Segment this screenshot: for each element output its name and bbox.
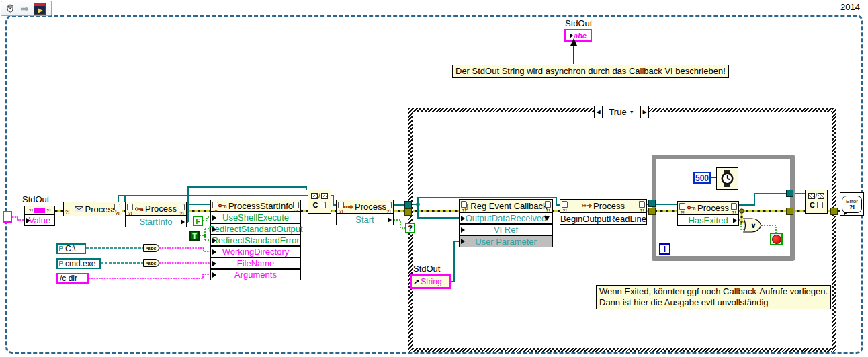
stdout-property-label: StdOut <box>22 194 49 204</box>
method-row-beginoutputreadline[interactable]: BeginOutputReadLine <box>560 212 647 225</box>
comment-exited-note[interactable]: Wenn Exited, könnten ggf noch Callback-A… <box>596 285 831 309</box>
case-dropdown-icon[interactable]: ▼ <box>630 110 634 114</box>
path-to-string-node[interactable]: ᵃabc <box>143 244 159 252</box>
page-icon <box>212 202 218 208</box>
case-name: True <box>609 107 626 117</box>
tunnel-error-out[interactable] <box>786 208 793 215</box>
arrow-tool-icon[interactable]: ⇨ <box>19 3 31 14</box>
error-terminal-glyph: ?! <box>46 208 51 213</box>
error-marks: ?! <box>849 204 855 210</box>
case-structure-border-bottom[interactable] <box>408 348 836 352</box>
tunnel-process-refnum[interactable] <box>404 201 412 208</box>
event-dropdown-icon[interactable] <box>544 216 550 221</box>
property-name: RedirectStandardError <box>212 235 299 245</box>
output-arrow-icon <box>388 217 392 223</box>
refnum-type: String <box>421 277 441 286</box>
stop-sign-icon <box>772 235 781 244</box>
corner-decor: ?! <box>338 202 344 214</box>
case-selector-terminal[interactable]: ? <box>405 223 415 233</box>
next-case-arrow-icon[interactable]: ▶ <box>641 106 648 118</box>
error-terminal-glyph: ?! <box>65 210 70 214</box>
tunnel-refnum-in[interactable] <box>648 200 656 207</box>
refnum-glyphs: / <box>308 190 331 201</box>
stdout-ref-label: StdOut <box>413 264 440 274</box>
property-row-useshellexecute[interactable]: UseShellExecute <box>210 212 301 223</box>
corner-decor: ?! <box>127 204 133 216</box>
startinfo-property-node-header[interactable]: ?! Process ?! <box>125 202 187 216</box>
loop-stop-terminal[interactable] <box>770 233 783 245</box>
comment-line: Wenn Exited, könnten ggf noch Callback-A… <box>599 286 828 297</box>
property-row-redirectstandarderror[interactable]: RedirectStandardError <box>210 235 301 246</box>
method-row-start[interactable]: Start <box>336 214 394 225</box>
empty-string-constant[interactable] <box>3 211 12 223</box>
stdout-property-node-header[interactable]: ?! ?! <box>24 206 55 215</box>
tunnel-error-in[interactable] <box>648 208 656 215</box>
page-icon <box>320 202 326 208</box>
invoke-method-icon <box>343 204 353 210</box>
abc-glyph: ᵃabc <box>146 261 157 266</box>
property-row-redirectstandardoutput[interactable]: RedirectStandardOutput <box>210 223 301 235</box>
true-constant[interactable]: T <box>189 231 200 241</box>
corner-decor: ?! <box>562 201 568 213</box>
vi-icon[interactable] <box>34 3 46 14</box>
tunnel-refnum-out[interactable] <box>786 190 793 197</box>
process-constructor-node[interactable]: ?! Process ?! <box>63 202 122 216</box>
corner-decor: ?! <box>386 202 392 214</box>
filename-path-constant[interactable]: cmd.exe <box>56 258 101 269</box>
property-row-filename[interactable]: FileName <box>210 257 301 269</box>
stdout-control-refnum-constant[interactable]: ↗ String <box>410 274 451 289</box>
or-function[interactable]: ∨ <box>743 218 762 233</box>
simple-error-handler-vi[interactable]: Error ?! <box>840 192 864 216</box>
page-icon <box>338 202 344 208</box>
terminal-name: VI Ref <box>494 225 518 235</box>
wait-ms-function[interactable] <box>716 167 738 190</box>
path-text: C:\ <box>65 244 75 253</box>
wait-ms-constant[interactable]: 500 <box>693 172 711 184</box>
tunnel-error-out[interactable] <box>830 208 838 215</box>
arguments-string-constant[interactable]: /c dir <box>56 273 89 284</box>
stdout-indicator-label: StdOut <box>565 18 592 28</box>
start-invoke-node-header[interactable]: ?! Process ?! <box>336 200 394 214</box>
begin-output-invoke-node-header[interactable]: ?! Process ?! <box>560 199 647 212</box>
tunnel-error-in[interactable] <box>404 208 412 216</box>
output-arrow-icon <box>733 218 737 223</box>
close-reference-node[interactable]: / C <box>805 190 828 214</box>
page-icon <box>293 202 299 208</box>
property-row-value[interactable]: Value <box>24 214 55 226</box>
false-constant[interactable]: F <box>193 216 203 226</box>
case-structure-border-right[interactable] <box>832 108 836 352</box>
case-selector-label[interactable]: ◀ True▼ ▶ <box>594 106 649 118</box>
property-row-arguments[interactable]: Arguments <box>210 269 301 280</box>
node-title: Process <box>145 204 177 214</box>
reg-event-callback-node-header[interactable]: ?! ʒ Reg Event Callback ?! <box>459 199 553 212</box>
watch-icon <box>720 170 735 187</box>
prev-case-arrow-icon[interactable]: ◀ <box>595 106 602 118</box>
refnum-arrow-icon: ↗ <box>413 278 419 286</box>
property-row-startinfo[interactable]: StartInfo <box>125 216 187 227</box>
input-arrow-icon <box>212 272 216 278</box>
close-reference-node[interactable]: / C <box>308 190 331 214</box>
method-name: BeginOutputReadLine <box>560 214 646 224</box>
pan-hand-tool-icon[interactable] <box>4 3 16 14</box>
invoke-method-icon <box>582 203 592 208</box>
page-icon <box>127 204 133 210</box>
event-row-outputdatareceived[interactable]: OutputDataReceived <box>459 212 553 224</box>
event-row-user-parameter[interactable]: User Parameter <box>459 235 553 247</box>
corner-decor: ?! <box>731 203 737 215</box>
corner-decor: ?! <box>545 201 551 213</box>
abc-glyph: ᵃabc <box>146 246 157 251</box>
property-name: UseShellExecute <box>222 212 289 223</box>
loop-iteration-terminal[interactable]: i <box>659 243 670 255</box>
terminal-name: User Parameter <box>475 237 537 247</box>
event-row-vi-ref[interactable]: VI Ref <box>459 224 553 235</box>
psi-property-node-header[interactable]: ?! ProcessStartInfo ?! <box>210 200 301 212</box>
close-glyphs: C <box>806 201 827 209</box>
corner-decor: ?! <box>461 201 467 213</box>
path-to-string-node[interactable]: ᵃabc <box>143 259 159 267</box>
property-key-icon <box>135 206 144 212</box>
hasexited-property-node-header[interactable]: ?! Process ?! <box>677 201 739 214</box>
property-row-hasexited[interactable]: HasExited <box>677 214 739 226</box>
working-dir-path-constant[interactable]: C:\ <box>56 243 86 254</box>
comment-stdout-note[interactable]: Der StdOut String wird asynchron durch d… <box>452 65 729 78</box>
property-row-workingdirectory[interactable]: WorkingDirectory <box>210 246 301 257</box>
